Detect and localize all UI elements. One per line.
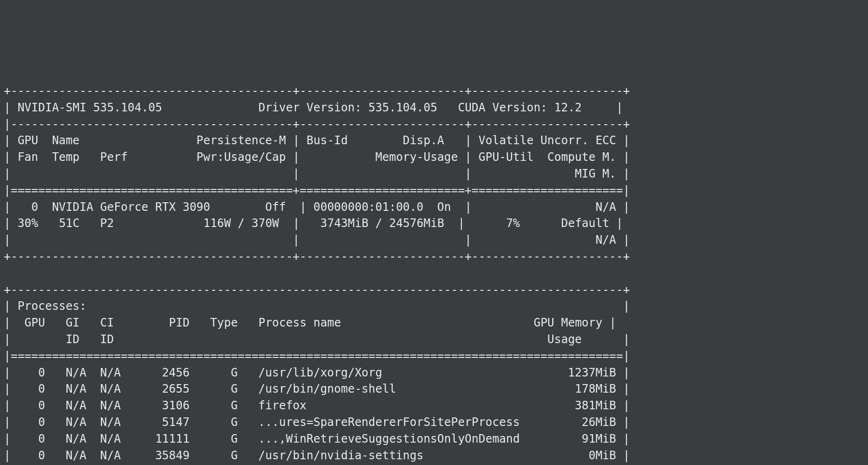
gpu-persistence: Off	[265, 200, 286, 214]
gpu-pwr: 116W / 370W	[203, 217, 279, 230]
proc-hdr-gi2: ID	[66, 333, 80, 346]
proc-hdr-ci2: ID	[100, 333, 114, 346]
gpu-compute: Default	[561, 217, 609, 230]
top-rule: +---------------------------------------…	[4, 84, 630, 98]
gpu-busid: 00000000:01:00.0	[313, 200, 423, 214]
gpu-index: 0	[31, 200, 38, 214]
smi-label: NVIDIA-SMI	[18, 101, 87, 114]
proc-hdr-pid: PID	[169, 316, 190, 329]
gpu-uncorr-ecc: N/A	[596, 200, 616, 214]
gpu-perf: P2	[100, 217, 114, 230]
driver-version: 535.104.05	[369, 101, 438, 114]
nvidia-smi-output: +---------------------------------------…	[0, 83, 868, 465]
proc-hdr-mem: GPU Memory	[534, 316, 603, 329]
gpu-name: NVIDIA GeForce RTX 3090	[52, 200, 210, 214]
col-3-row-2: GPU-Util Compute M.	[479, 150, 616, 164]
col-2-row-2: Memory-Usage	[375, 150, 458, 164]
proc-hdr-gpu: GPU	[24, 316, 45, 329]
proc-hdr-name: Process name	[259, 316, 341, 329]
col-3-row-1: Volatile Uncorr. ECC	[479, 134, 616, 147]
gpu-mig: N/A	[596, 233, 616, 247]
proc-hdr-mem2: Usage	[548, 333, 582, 346]
gpu-mem: 3743MiB / 24576MiB	[320, 217, 444, 230]
smi-version: 535.104.05	[93, 101, 162, 114]
processes-title: Processes:	[18, 299, 87, 313]
col-1-row-2: Fan Temp Perf Pwr:Usage/Cap	[18, 150, 286, 164]
gpu-dispA: On	[437, 200, 451, 214]
driver-label: Driver Version:	[259, 101, 362, 114]
cuda-version: 12.2	[554, 101, 582, 114]
proc-hdr-gi: GI	[66, 316, 80, 329]
proc-hdr-ci: CI	[100, 316, 114, 329]
col-2-row-1: Bus-Id Disp.A	[307, 134, 444, 147]
proc-hdr-type: Type	[210, 316, 238, 329]
cuda-label: CUDA Version:	[458, 101, 548, 114]
gpu-temp: 51C	[59, 217, 80, 230]
col-1-row-1: GPU Name Persistence-M	[18, 134, 286, 147]
gpu-fan: 30%	[18, 217, 38, 230]
col-3-row-3: MIG M.	[575, 167, 616, 180]
gpu-util: 7%	[506, 217, 520, 230]
